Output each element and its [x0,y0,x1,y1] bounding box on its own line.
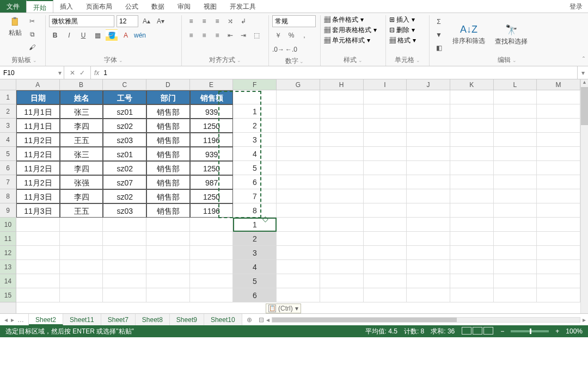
cancel-formula-button[interactable]: ✕ [70,69,75,77]
cell-H9[interactable] [320,203,364,218]
cell-I11[interactable] [364,232,407,246]
zoom-out-button[interactable]: − [500,327,504,335]
cell-D14[interactable] [146,274,190,288]
row-header-9[interactable]: 9 [0,203,16,218]
cell-B3[interactable]: 李四 [60,119,103,133]
cell-E2[interactable]: 939 [190,104,234,119]
col-header-J[interactable]: J [407,79,450,90]
cell-C13[interactable] [103,260,146,274]
row-header-8[interactable]: 8 [0,189,16,203]
cell-E3[interactable]: 1250 [190,119,234,133]
cell-H2[interactable] [320,104,364,119]
cell-L12[interactable] [494,246,537,260]
italic-button[interactable]: I [63,29,75,41]
name-box[interactable] [3,69,47,77]
cell-C6[interactable]: sz02 [103,161,146,175]
cell-M15[interactable] [537,288,580,302]
border-button[interactable]: ▦ [91,29,103,41]
orientation-button[interactable]: ⤭ [224,15,236,27]
cell-A8[interactable]: 11月3日 [16,189,60,203]
cell-A2[interactable]: 11月1日 [16,104,60,119]
table-format-button[interactable]: ▦ 套用表格格式 ▾ [324,26,377,35]
cell-K7[interactable] [450,175,494,189]
column-headers[interactable]: ABCDEFGHIJKLM [16,79,580,90]
cell-E10[interactable] [190,218,234,232]
cell-B5[interactable]: 张三 [60,147,103,161]
cell-K15[interactable] [450,288,494,302]
cell-H3[interactable] [320,119,364,133]
cell-K5[interactable] [450,147,494,161]
autosum-button[interactable]: Σ [433,16,445,28]
cell-B15[interactable] [60,288,103,302]
cell-B12[interactable] [60,246,103,260]
spreadsheet-grid[interactable]: ABCDEFGHIJKLM 123456789101112131415 日期姓名… [0,79,588,313]
cell-C1[interactable]: 工号 [103,90,146,104]
row-headers[interactable]: 123456789101112131415 [0,90,16,313]
cell-I9[interactable] [364,203,407,218]
cell-I12[interactable] [364,246,407,260]
cell-B10[interactable] [60,218,103,232]
cell-F3[interactable]: 2 [233,119,277,133]
cell-F10[interactable]: 1 [233,218,277,232]
dec-decimal-button[interactable]: ←.0 [285,44,297,55]
cell-G2[interactable] [277,104,320,119]
cell-G13[interactable] [277,260,320,274]
cell-L15[interactable] [494,288,537,302]
insert-cells-button[interactable]: ⊞ 插入 ▾ [389,15,415,24]
row-header-13[interactable]: 13 [0,260,16,274]
sheet-tab-Sheet10[interactable]: Sheet10 [204,314,242,325]
cell-L2[interactable] [494,104,537,119]
row-header-7[interactable]: 7 [0,175,16,189]
tab-formulas[interactable]: 公式 [119,0,145,13]
col-header-A[interactable]: A [16,79,60,90]
cell-H13[interactable] [320,260,364,274]
tab-layout[interactable]: 页面布局 [79,0,119,13]
cell-J3[interactable] [407,119,450,133]
merge-button[interactable]: ⬚ [250,29,262,41]
sort-filter-button[interactable]: A↓Z 排序和筛选 [450,23,487,47]
cell-L13[interactable] [494,260,537,274]
cell-K1[interactable] [450,90,494,104]
copy-button[interactable]: ⧉ [26,28,38,40]
cell-E14[interactable] [190,274,234,288]
cell-D8[interactable]: 销售部 [146,189,190,203]
delete-cells-button[interactable]: ⊟ 删除 ▾ [389,26,415,35]
align-top-button[interactable]: ≡ [185,15,197,27]
align-left-button[interactable]: ≡ [185,29,197,41]
cell-L8[interactable] [494,189,537,203]
cell-I2[interactable] [364,104,407,119]
cell-M11[interactable] [537,232,580,246]
cell-I13[interactable] [364,260,407,274]
cell-L14[interactable] [494,274,537,288]
align-right-button[interactable]: ≡ [211,29,223,41]
select-all-corner[interactable] [0,79,16,90]
cell-G3[interactable] [277,119,320,133]
cell-E15[interactable] [190,288,234,302]
grow-font-button[interactable]: A▴ [140,15,152,27]
conditional-format-button[interactable]: ▦ 条件格式 ▾ [324,15,364,24]
cell-C5[interactable]: sz01 [103,147,146,161]
sheet-tab-Sheet9[interactable]: Sheet9 [170,314,204,325]
cell-L4[interactable] [494,133,537,147]
cell-J4[interactable] [407,133,450,147]
row-header-15[interactable]: 15 [0,288,16,302]
row-header-12[interactable]: 12 [0,246,16,260]
cell-H6[interactable] [320,161,364,175]
comma-button[interactable]: , [298,29,310,41]
cell-J13[interactable] [407,260,450,274]
cell-D5[interactable]: 销售部 [146,147,190,161]
cell-M3[interactable] [537,119,580,133]
cell-I10[interactable] [364,218,407,232]
col-header-K[interactable]: K [450,79,494,90]
cell-K12[interactable] [450,246,494,260]
cell-E5[interactable]: 939 [190,147,234,161]
tab-review[interactable]: 审阅 [171,0,197,13]
cell-B13[interactable] [60,260,103,274]
cell-F7[interactable]: 6 [233,175,277,189]
cell-B4[interactable]: 王五 [60,133,103,147]
col-header-D[interactable]: D [146,79,190,90]
cell-K13[interactable] [450,260,494,274]
cell-G9[interactable] [277,203,320,218]
number-format-select[interactable] [272,15,316,27]
cell-E9[interactable]: 1196 [190,203,234,218]
